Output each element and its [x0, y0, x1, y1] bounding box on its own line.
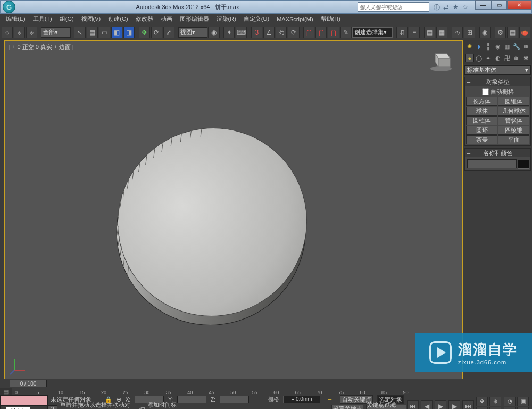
- cat-cameras-icon[interactable]: ◐: [494, 54, 502, 62]
- tab-hierarchy-icon[interactable]: ╬: [484, 42, 493, 51]
- play-end-icon[interactable]: ⏭: [462, 400, 474, 409]
- mirror-icon[interactable]: ⇵: [396, 27, 408, 38]
- link-icon[interactable]: ⟐: [2, 27, 13, 38]
- coord-y[interactable]: [177, 396, 206, 403]
- layer-icon[interactable]: ▤: [424, 27, 435, 38]
- spinner-snap-icon[interactable]: ⟳: [288, 27, 299, 38]
- tab-motion-icon[interactable]: ◉: [494, 42, 502, 51]
- menu-render[interactable]: 渲染(R): [213, 15, 240, 23]
- autogrid-checkbox[interactable]: [482, 88, 489, 95]
- menu-customize[interactable]: 自定义(U): [240, 15, 273, 23]
- select-icon[interactable]: ↖: [74, 27, 85, 38]
- menu-create[interactable]: 创建(C): [104, 15, 131, 23]
- category-dropdown[interactable]: 标准基本体▾: [464, 65, 531, 75]
- nav-orbit-icon[interactable]: ⟳: [476, 407, 488, 410]
- graphite-icon[interactable]: ▦: [436, 27, 447, 38]
- obj-geosphere[interactable]: 几何球体: [498, 107, 529, 116]
- coord-z[interactable]: [220, 396, 249, 403]
- nav-pan-icon[interactable]: ✥: [476, 397, 488, 406]
- named-selection[interactable]: 创建选择集 ▾: [352, 27, 393, 38]
- menu-modifiers[interactable]: 修改器: [132, 15, 157, 23]
- time-handle[interactable]: 0 / 100: [10, 380, 47, 387]
- cat-shapes-icon[interactable]: ◯: [475, 54, 484, 62]
- cat-geometry-icon[interactable]: ●: [466, 54, 474, 62]
- align-icon[interactable]: ≡: [409, 27, 420, 38]
- menu-graph[interactable]: 图形编辑器: [176, 15, 213, 23]
- magnet-icon-2[interactable]: ⋂: [315, 27, 327, 38]
- select-name-icon[interactable]: ▤: [87, 27, 98, 38]
- maximize-button[interactable]: ▭: [491, 0, 507, 10]
- obj-cone[interactable]: 圆锥体: [498, 97, 529, 106]
- favorite-icon[interactable]: ☆: [462, 3, 470, 11]
- search-input[interactable]: [358, 2, 429, 12]
- window-crossing-icon[interactable]: ◨: [123, 27, 135, 38]
- viewport-label[interactable]: [ + 0 正交 0 真实 + 边面 ]: [9, 43, 74, 51]
- rollup-name-color[interactable]: 名称和颜色: [465, 149, 530, 157]
- nav-zoom-icon[interactable]: ⊕: [489, 397, 501, 406]
- menu-edit[interactable]: 编辑(E): [2, 15, 29, 23]
- cat-space-icon[interactable]: ≋: [512, 54, 521, 62]
- play-icon[interactable]: ▶: [435, 400, 446, 409]
- rollup-object-type[interactable]: 对象类型: [465, 77, 530, 86]
- keyboard-icon[interactable]: ⌨: [236, 27, 247, 38]
- curve-editor-icon[interactable]: ∿: [452, 27, 463, 38]
- viewport[interactable]: [ + 0 正交 0 真实 + 边面 ]: [4, 40, 463, 379]
- edit-named-icon[interactable]: ✎: [340, 27, 352, 38]
- paint-select-icon[interactable]: ◧: [111, 27, 122, 38]
- key-icon[interactable]: ⊸: [328, 396, 332, 403]
- cat-systems-icon[interactable]: ✱: [521, 54, 530, 62]
- tab-extra-icon[interactable]: ≋: [521, 42, 530, 51]
- info-icon[interactable]: ⓘ: [434, 3, 441, 11]
- close-button[interactable]: ✕: [507, 0, 531, 10]
- comm-icon[interactable]: ⇄: [443, 3, 451, 11]
- obj-pyramid[interactable]: 四棱锥: [498, 126, 529, 135]
- setkey-button[interactable]: 设置关键点: [331, 405, 363, 409]
- material-icon[interactable]: ◉: [479, 27, 491, 38]
- time-slider[interactable]: 0 / 100: [4, 380, 463, 387]
- menu-maxscript[interactable]: MAXScript(M): [273, 16, 317, 22]
- angle-snap-icon[interactable]: ∠: [263, 27, 275, 38]
- play-start-icon[interactable]: ⏮: [407, 400, 419, 409]
- minimize-button[interactable]: —: [475, 0, 491, 10]
- rect-select-icon[interactable]: ▭: [99, 27, 110, 38]
- pivot-icon[interactable]: ◉: [208, 27, 219, 38]
- cat-lights-icon[interactable]: ✦: [484, 54, 493, 62]
- tab-create-icon[interactable]: ✺: [466, 42, 474, 51]
- unlink-icon[interactable]: ⟐: [14, 27, 25, 38]
- tab-display-icon[interactable]: ▥: [503, 42, 511, 51]
- obj-sphere[interactable]: 球体: [466, 107, 497, 116]
- schematic-icon[interactable]: ⊞: [464, 27, 475, 38]
- obj-plane[interactable]: 平面: [498, 135, 529, 144]
- obj-cylinder[interactable]: 圆柱体: [466, 116, 497, 125]
- selection-filter[interactable]: 全部 ▾: [41, 27, 71, 38]
- ref-coord[interactable]: 视图 ▾: [178, 27, 208, 38]
- rotate-icon[interactable]: ⟳: [151, 27, 162, 38]
- play-prev-icon[interactable]: ◀: [421, 400, 433, 409]
- tab-utilities-icon[interactable]: 🔧: [512, 42, 521, 51]
- nav-fov-icon[interactable]: ◔: [504, 397, 516, 406]
- script-row-1[interactable]: [0, 395, 48, 406]
- manipulate-icon[interactable]: ✦: [223, 27, 235, 38]
- time-ruler[interactable]: ▤ // ticks rendered below 05101520253035…: [0, 388, 532, 395]
- menu-view[interactable]: 视图(V): [78, 15, 105, 23]
- render-icon[interactable]: 🫖: [519, 27, 530, 38]
- nav-walk-icon[interactable]: ⊙: [504, 407, 516, 410]
- menu-animation[interactable]: 动画: [157, 15, 176, 23]
- keyfilter-button[interactable]: 关键点过滤器...: [366, 405, 406, 409]
- object-color-swatch[interactable]: [518, 160, 529, 169]
- obj-teapot[interactable]: 茶壶: [466, 135, 497, 144]
- menu-group[interactable]: 组(G): [56, 15, 78, 23]
- obj-box[interactable]: 长方体: [466, 97, 497, 106]
- magnet-icon-3[interactable]: ⋂: [328, 27, 339, 38]
- ruler-toggle-icon[interactable]: ▤: [0, 388, 12, 395]
- move-icon[interactable]: ✥: [139, 27, 150, 38]
- percent-snap-icon[interactable]: %: [276, 27, 287, 38]
- nav-region-icon[interactable]: ▣: [517, 397, 529, 406]
- snap-icon[interactable]: 3: [251, 27, 262, 38]
- menu-help[interactable]: 帮助(H): [317, 15, 344, 23]
- bind-icon[interactable]: ⟐: [26, 27, 37, 38]
- scale-icon[interactable]: ⤢: [163, 27, 174, 38]
- magnet-icon-1[interactable]: ⋂: [303, 27, 314, 38]
- menu-tools[interactable]: 工具(T): [29, 15, 56, 23]
- star-icon[interactable]: ★: [453, 3, 460, 11]
